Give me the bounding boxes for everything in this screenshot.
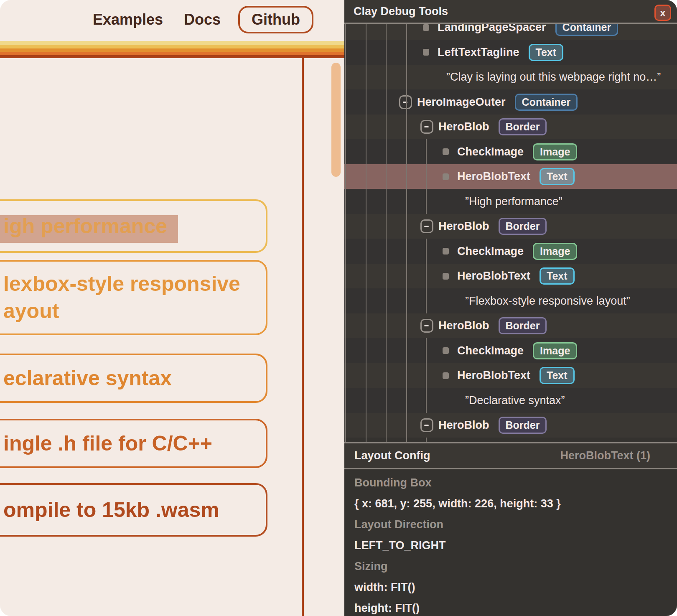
close-button[interactable]: x: [654, 5, 671, 21]
element-text-content: ”High performance”: [465, 195, 562, 208]
element-name: CheckImage: [457, 344, 524, 357]
leaf-bullet-icon: [443, 173, 449, 180]
tree-row[interactable]: ”High performance”: [344, 189, 677, 214]
vertical-divider: [302, 58, 304, 616]
tree-row[interactable]: HeroBlob Border: [344, 413, 677, 438]
nav-link-docs[interactable]: Docs: [184, 11, 221, 28]
config-value: height: FIT(): [354, 602, 420, 615]
stripe-band: [0, 52, 344, 55]
clay-debug-panel: Clay Debug Tools x LandingPageSpacer Con…: [344, 0, 677, 616]
tree-row[interactable]: CheckImage Image: [344, 239, 677, 264]
tree-row[interactable]: HeroBlob Border: [344, 214, 677, 239]
close-icon: x: [660, 7, 665, 19]
element-text-content: ”Flexbox-style responsive layout”: [465, 295, 630, 308]
collapse-minus-icon[interactable]: [420, 319, 433, 333]
element-type-badge: Text: [540, 367, 575, 384]
element-type-badge: Text: [529, 44, 564, 61]
page-scrollbar-thumb[interactable]: [331, 63, 341, 177]
leaf-bullet-icon: [443, 148, 449, 155]
collapse-minus-icon[interactable]: [420, 418, 433, 432]
element-type-badge: Container: [515, 94, 578, 111]
app-window: Examples Docs Github igh performance lex…: [0, 0, 677, 616]
element-name: HeroBlob: [438, 319, 489, 332]
feature-text: igh performance: [3, 213, 167, 240]
leaf-bullet-icon: [423, 24, 429, 31]
indent-guide: [426, 338, 427, 413]
config-label: Sizing: [354, 560, 388, 573]
config-value: { x: 681, y: 255, width: 226, height: 33…: [354, 497, 561, 510]
element-name: CheckImage: [457, 245, 524, 258]
feature-text: lexbox-style responsive ayout: [3, 270, 240, 325]
element-type-badge: Border: [499, 317, 547, 334]
debug-panel-title: Clay Debug Tools: [354, 0, 448, 23]
element-type-badge: Border: [499, 218, 547, 235]
element-type-badge: Image: [533, 342, 577, 359]
element-name: LandingPageSpacer: [438, 24, 546, 34]
leaf-bullet-icon: [423, 49, 429, 56]
collapse-minus-icon[interactable]: [399, 95, 412, 109]
element-name: CheckImage: [457, 145, 524, 158]
stripe-band: [0, 48, 344, 52]
leaf-bullet-icon: [443, 273, 449, 280]
nav-link-examples[interactable]: Examples: [93, 11, 163, 28]
tree-row[interactable]: HeroBlobText Text: [344, 264, 677, 289]
element-name: LeftTextTagline: [438, 46, 519, 59]
leaf-bullet-icon: [443, 347, 449, 354]
tree-row[interactable]: CheckImage Image: [344, 139, 677, 164]
stripe-band: [0, 41, 344, 45]
indent-guide: [406, 24, 407, 442]
tree-row[interactable]: ”Clay is laying out this webpage right n…: [344, 65, 677, 90]
feature-text: ingle .h file for C/C++: [3, 430, 212, 457]
element-text-content: ”Declarative syntax”: [465, 394, 565, 407]
element-name: HeroImageOuter: [417, 96, 506, 109]
indent-guide: [426, 438, 427, 442]
feature-box: eclarative syntax: [0, 354, 267, 403]
tree-row[interactable]: LandingPageSpacer Container: [344, 24, 677, 40]
feature-box: ompile to 15kb .wasm: [0, 483, 267, 537]
element-text-content: ”Clay is laying out this webpage right n…: [446, 71, 661, 84]
config-value: LEFT_TO_RIGHT: [354, 539, 446, 552]
tree-row[interactable]: HeroBlobText Text: [344, 164, 677, 189]
indent-guide: [366, 24, 366, 442]
tree-row[interactable]: HeroBlobText Text: [344, 363, 677, 388]
element-name: HeroBlob: [438, 220, 489, 233]
config-label: Bounding Box: [354, 476, 431, 489]
config-label: Layout Direction: [354, 518, 443, 531]
stripe-band: [0, 45, 344, 48]
indent-guide: [426, 239, 427, 313]
tree-row[interactable]: HeroBlob Border: [344, 313, 677, 339]
tree-row[interactable]: LeftTextTagline Text: [344, 40, 677, 65]
feature-box: ingle .h file for C/C++: [0, 419, 267, 468]
element-type-badge: Border: [499, 118, 547, 135]
element-type-badge: Border: [499, 417, 547, 434]
tree-row[interactable]: CheckImage Image: [344, 338, 677, 363]
layout-config-title: Layout Config: [354, 449, 430, 462]
tree-row[interactable]: HeroBlob Border: [344, 115, 677, 140]
stripe-band: [0, 55, 344, 58]
tree-row[interactable]: ”Flexbox-style responsive layout”: [344, 288, 677, 313]
github-button[interactable]: Github: [238, 6, 313, 33]
element-name: HeroBlob: [438, 419, 489, 432]
feature-text: ompile to 15kb .wasm: [3, 496, 219, 524]
selected-element-name: HeroBlobText (1): [560, 449, 650, 462]
element-type-badge: Container: [555, 24, 618, 36]
tree-row[interactable]: ”Declarative syntax”: [344, 388, 677, 413]
indent-guide: [386, 24, 387, 442]
collapse-minus-icon[interactable]: [420, 219, 433, 233]
collapse-minus-icon[interactable]: [420, 120, 433, 134]
element-type-badge: Text: [540, 267, 575, 285]
element-name: HeroBlobText: [457, 369, 530, 382]
layout-config-header: Layout Config HeroBlobText (1): [344, 442, 677, 469]
tree-row[interactable]: HeroImageOuter Container: [344, 89, 677, 115]
leaf-bullet-icon: [443, 248, 449, 255]
leaf-bullet-icon: [443, 372, 449, 379]
element-type-badge: Image: [533, 243, 577, 260]
element-name: HeroBlob: [438, 120, 489, 133]
element-tree: LandingPageSpacer Container LeftTextTagl…: [344, 24, 677, 442]
feature-box: lexbox-style responsive ayout: [0, 260, 267, 335]
element-name: HeroBlobText: [457, 270, 530, 283]
config-value: width: FIT(): [354, 581, 415, 594]
element-type-badge: Text: [540, 168, 575, 185]
feature-text: eclarative syntax: [3, 365, 172, 392]
element-type-badge: Image: [533, 143, 577, 160]
